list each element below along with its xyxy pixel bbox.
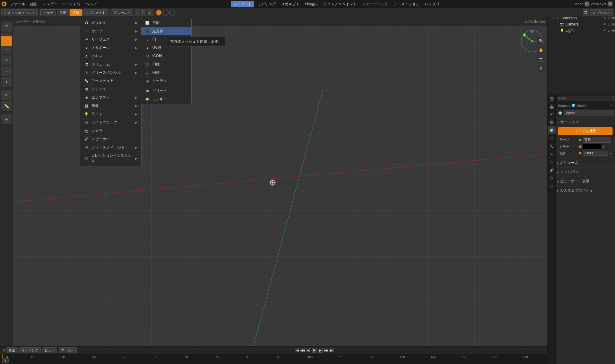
tool-measure[interactable]: 📏 [1, 101, 12, 111]
play-back-btn[interactable]: ◀ [306, 348, 310, 352]
overlay-btn[interactable]: ○ [135, 9, 140, 16]
view-btn[interactable]: ビュー [40, 9, 56, 16]
workspace-texture[interactable]: テクスチャペイント [321, 1, 359, 7]
shading-mode[interactable]: グロー... ▼ [111, 9, 133, 16]
props-output-icon[interactable]: 📤 [548, 102, 556, 110]
next-keyframe-btn[interactable]: ▶▶ [324, 348, 328, 352]
timeline-menu[interactable]: ☰ [2, 349, 5, 352]
mesh-cylinder[interactable]: ⬛ 円柱 [141, 60, 191, 69]
marker-mode[interactable]: マーカー [59, 347, 77, 353]
stop-btn[interactable]: ⏹ [312, 348, 317, 353]
menu-help[interactable]: ヘルプ [83, 0, 99, 8]
world-name-input[interactable] [564, 110, 614, 116]
keying-mode[interactable]: キーイング [19, 347, 41, 353]
mesh-monkey[interactable]: 🐵 モンキー [141, 95, 191, 103]
volume-header[interactable]: ボリューム [556, 159, 615, 167]
workspace-uv[interactable]: UV編集 [303, 1, 320, 7]
shading-mat[interactable] [162, 10, 169, 16]
menu-grease[interactable]: ✎ グリースペンシル ▶ [80, 69, 141, 77]
menu-image[interactable]: 🖼 画像 ▶ [80, 102, 141, 110]
props-data-icon[interactable]: ▽ [548, 174, 556, 182]
menu-light-probe[interactable]: ◎ ライトプローブ ▶ [80, 118, 141, 127]
workspace-sculpt[interactable]: スカルプト [279, 1, 302, 7]
menu-speaker[interactable]: 🔊 スピーカー [80, 135, 141, 143]
menu-camera[interactable]: 📷 カメラ [80, 127, 141, 135]
tool-select[interactable]: ☰ [1, 22, 12, 32]
zoom-in-icon[interactable]: 🔍 [537, 37, 545, 45]
workspace-layout[interactable]: レイアウト [231, 1, 254, 7]
eye-light[interactable]: 👁 [603, 29, 606, 32]
menu-lattice[interactable]: ⊞ ラティス [80, 85, 141, 93]
custom-props-header[interactable]: カスタムプロパティ [556, 187, 615, 194]
playback-mode[interactable]: 再生 [6, 347, 18, 353]
mesh-plane[interactable]: ⬜ 平面 [141, 19, 191, 27]
tool-transform[interactable]: ✦ [1, 77, 12, 87]
color-swatch[interactable] [583, 144, 601, 149]
breadcrumb-scene[interactable]: Scene [558, 104, 568, 108]
color-keyframe[interactable]: ● [602, 145, 604, 148]
snap-btn[interactable]: ⟩⟨ [141, 9, 146, 16]
mesh-cone[interactable]: △ 円錐 [141, 69, 191, 77]
workspace-shading[interactable]: シェーディング [360, 1, 390, 7]
props-modifier-icon[interactable]: 🔧 [548, 142, 556, 150]
workspace-render[interactable]: レンダリ [422, 1, 442, 7]
view-mode[interactable]: ビュー [42, 347, 57, 353]
props-view-icon[interactable]: 👁 [548, 110, 556, 118]
props-object-icon[interactable]: ⬡ [548, 134, 556, 142]
mode-select[interactable]: ⬡ オブジェクト... ▼ [1, 9, 38, 16]
object-btn[interactable]: オブジェクト [82, 9, 108, 16]
menu-text[interactable]: A テキスト [80, 52, 141, 60]
render-camera[interactable]: 📷 [611, 23, 615, 26]
surface-header[interactable]: サーフェス [556, 118, 615, 126]
camera-item[interactable]: 📷 Camera 👁 ⊙ 📷 [548, 21, 615, 27]
xray-btn[interactable]: ☰ [583, 9, 589, 16]
menu-edit[interactable]: 編集 [28, 0, 40, 8]
restrict-light[interactable]: ⊙ [608, 29, 610, 32]
viewport-display-header[interactable]: ビューポート表示 [556, 177, 615, 185]
props-constraints-icon[interactable]: 🔗 [548, 166, 556, 174]
camera-view-icon[interactable]: 📷 [537, 55, 545, 63]
props-render-icon[interactable]: 📷 [548, 94, 556, 102]
mesh-icosphere[interactable]: ⬡ ICO球 [141, 52, 191, 60]
options-btn[interactable]: オプション [590, 9, 613, 16]
workspace-animation[interactable]: アニメーション [391, 1, 422, 7]
nodes-btn[interactable]: ノードを使用 [558, 127, 613, 135]
prop-btn[interactable]: ◎ [147, 9, 153, 16]
menu-window[interactable]: ウィンドウ [60, 0, 83, 8]
menu-file[interactable]: ファイル [8, 0, 28, 8]
props-scene-icon[interactable]: 🎬 [548, 118, 556, 126]
mesh-grid[interactable]: ⊞ グリッド [141, 87, 191, 95]
strength-keyframe[interactable]: ● [609, 152, 611, 155]
select-btn[interactable]: 選択 [57, 9, 69, 16]
props-physics-icon[interactable]: ⚛ [548, 158, 556, 166]
hand-icon[interactable]: ✋ [537, 46, 545, 54]
menu-light[interactable]: 💡 ライト ▶ [80, 110, 141, 118]
props-world-icon[interactable]: 🌍 [548, 126, 556, 134]
shading-solid[interactable] [156, 10, 162, 16]
jump-end-btn[interactable]: ▶| [329, 348, 334, 352]
menu-collection-instance[interactable]: ⬡ コレクションインスタンス ▶ [80, 152, 141, 165]
mesh-torus[interactable]: ◎ トーラス [141, 77, 191, 85]
menu-empty[interactable]: ⊕ エンプティ ▶ [80, 93, 141, 102]
active-tool[interactable]: ↔ [1, 36, 12, 46]
menu-force[interactable]: ≋ フォースフィールド ▶ [80, 143, 141, 152]
shading-render[interactable] [169, 10, 175, 16]
surface-value[interactable]: 背景 [583, 137, 611, 143]
play-btn[interactable]: ▶ [318, 348, 323, 353]
menu-render[interactable]: レンダー [40, 0, 60, 8]
prev-keyframe-btn[interactable]: ◀◀ [301, 348, 305, 352]
tool-annotate[interactable]: ✏ [1, 90, 12, 100]
menu-mesh[interactable]: ⬡ メッシュ ▶ [80, 19, 141, 27]
render-light[interactable]: 📷 [611, 29, 615, 32]
mist-header[interactable]: ミストパス [556, 168, 615, 176]
tool-rotate[interactable]: ⟲ [1, 55, 12, 65]
props-search-input[interactable] [557, 96, 614, 101]
jump-start-btn[interactable]: |◀ [295, 348, 299, 352]
light-item[interactable]: 💡 Light 👁 ⊙ 📷 [548, 27, 615, 34]
props-particles-icon[interactable]: ✦ [548, 150, 556, 158]
tool-object[interactable]: ◈ [1, 114, 12, 124]
menu-surface[interactable]: ≋ サーフェス ▶ [80, 35, 141, 44]
menu-volume[interactable]: ≣ ボリューム ▶ [80, 60, 141, 69]
menu-armature[interactable]: 🦴 アーマチュア [80, 77, 141, 85]
props-material-icon[interactable]: ⬡ [548, 182, 556, 190]
